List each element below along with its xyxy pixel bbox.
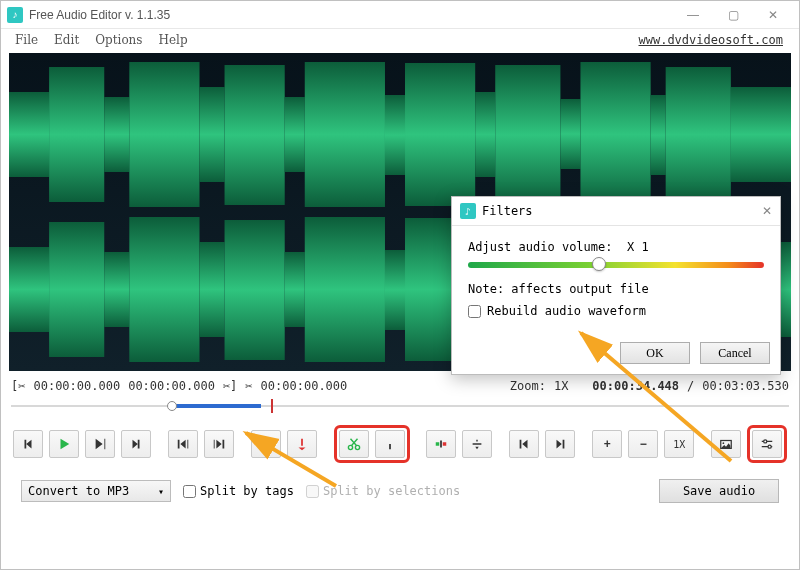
zoom-in-button[interactable]: + — [592, 430, 622, 458]
filters-dialog-title: Filters — [482, 204, 533, 218]
svg-rect-14 — [651, 95, 666, 175]
scissors-icon: ✂ — [18, 379, 25, 393]
next-button[interactable] — [121, 430, 151, 458]
split-by-selections-checkbox: Split by selections — [306, 484, 460, 498]
marker-add-button[interactable] — [287, 430, 317, 458]
delete-marker-button[interactable] — [462, 430, 492, 458]
svg-rect-20 — [129, 217, 199, 362]
split-by-selections-input — [306, 485, 319, 498]
filters-button[interactable] — [752, 430, 782, 458]
position-time: 00:00:34.448 — [592, 379, 679, 393]
menu-options[interactable]: Options — [87, 31, 150, 49]
site-link[interactable]: www.dvdvideosoft.com — [639, 33, 784, 47]
split-by-tags-checkbox[interactable]: Split by tags — [183, 484, 294, 498]
svg-rect-1 — [49, 67, 104, 202]
svg-rect-8 — [385, 95, 405, 175]
convert-format-label: Convert to MP3 — [28, 484, 129, 498]
rebuild-waveform-checkbox[interactable]: Rebuild audio waveform — [468, 304, 764, 318]
cursor-time: 00:00:00.000 — [261, 379, 348, 393]
adjust-volume-value: X 1 — [627, 240, 649, 254]
skip-forward-button[interactable] — [204, 430, 234, 458]
seek-bar[interactable] — [11, 397, 789, 415]
app-title: Free Audio Editor v. 1.1.35 — [29, 8, 673, 22]
time-status-row: [✂ 00:00:00.000 00:00:00.000 ✂] ✂ 00:00:… — [1, 375, 799, 395]
cut-secondary-button[interactable] — [375, 430, 405, 458]
filters-button-highlight — [747, 425, 787, 463]
svg-rect-12 — [560, 99, 580, 169]
app-icon: ♪ — [7, 7, 23, 23]
filters-note: Note: affects output file — [468, 282, 764, 296]
waveform-channel-left — [9, 57, 791, 212]
filters-ok-button[interactable]: OK — [620, 342, 690, 364]
bottom-bar: Convert to MP3 ▾ Split by tags Split by … — [1, 467, 799, 515]
convert-format-combo[interactable]: Convert to MP3 ▾ — [21, 480, 171, 502]
filters-dialog: ♪ Filters ✕ Adjust audio volume: X 1 Not… — [451, 196, 781, 375]
duration-time: 00:03:03.530 — [702, 379, 789, 393]
svg-rect-2 — [104, 97, 129, 172]
play-button[interactable] — [49, 430, 79, 458]
svg-rect-3 — [129, 62, 199, 207]
adjust-volume-label: Adjust audio volume: — [468, 240, 613, 254]
svg-rect-23 — [285, 252, 305, 327]
selection-start: 00:00:00.000 — [33, 379, 120, 393]
set-in-button[interactable] — [509, 430, 539, 458]
svg-rect-11 — [495, 65, 560, 205]
tags-button[interactable] — [711, 430, 741, 458]
maximize-button[interactable]: ▢ — [713, 3, 753, 27]
zoom-value: 1X — [554, 379, 568, 393]
svg-rect-22 — [225, 220, 285, 360]
scissors-icon: ✂ — [223, 379, 230, 393]
svg-point-37 — [723, 442, 725, 444]
save-audio-button[interactable]: Save audio — [659, 479, 779, 503]
menu-edit[interactable]: Edit — [46, 31, 87, 49]
split-by-tags-input[interactable] — [183, 485, 196, 498]
set-out-button[interactable] — [545, 430, 575, 458]
close-button[interactable]: ✕ — [753, 3, 793, 27]
trim-button[interactable] — [426, 430, 456, 458]
volume-slider[interactable] — [468, 262, 764, 268]
menu-file[interactable]: File — [7, 31, 46, 49]
svg-rect-6 — [285, 97, 305, 172]
svg-rect-13 — [580, 62, 650, 207]
toolbar: + − 1X — [1, 421, 799, 467]
cut-button[interactable] — [339, 430, 369, 458]
cut-group-highlight — [334, 425, 410, 463]
svg-rect-19 — [104, 252, 129, 327]
svg-rect-7 — [305, 62, 385, 207]
filters-close-button[interactable]: ✕ — [762, 204, 772, 219]
volume-slider-thumb[interactable] — [592, 257, 606, 271]
svg-rect-5 — [225, 65, 285, 205]
zoom-reset-button[interactable]: 1X — [664, 430, 694, 458]
svg-rect-10 — [475, 92, 495, 177]
svg-rect-25 — [385, 250, 405, 330]
minimize-button[interactable]: — — [673, 3, 713, 27]
skip-back-button[interactable] — [168, 430, 198, 458]
title-bar: ♪ Free Audio Editor v. 1.1.35 — ▢ ✕ — [1, 1, 799, 29]
menu-bar: File Edit Options Help www.dvdvideosoft.… — [1, 29, 799, 51]
filters-dialog-icon: ♪ — [460, 203, 476, 219]
zoom-out-button[interactable]: − — [628, 430, 658, 458]
svg-rect-21 — [199, 242, 224, 337]
svg-rect-15 — [666, 67, 731, 202]
play-selection-button[interactable] — [85, 430, 115, 458]
svg-rect-9 — [405, 63, 475, 206]
svg-rect-24 — [305, 217, 385, 362]
chevron-down-icon: ▾ — [158, 486, 164, 497]
scissors-icon: ✂ — [245, 379, 252, 393]
filters-cancel-button[interactable]: Cancel — [700, 342, 770, 364]
rebuild-waveform-input[interactable] — [468, 305, 481, 318]
zoom-label: Zoom: — [510, 379, 546, 393]
svg-rect-16 — [731, 87, 791, 182]
svg-rect-18 — [49, 222, 104, 357]
time-separator: / — [687, 379, 694, 393]
prev-button[interactable] — [13, 430, 43, 458]
svg-rect-4 — [199, 87, 224, 182]
menu-help[interactable]: Help — [151, 31, 196, 49]
pause-button[interactable] — [251, 430, 281, 458]
selection-end: 00:00:00.000 — [128, 379, 215, 393]
svg-point-39 — [768, 445, 771, 448]
svg-rect-17 — [9, 247, 49, 332]
svg-point-38 — [764, 440, 767, 443]
svg-rect-0 — [9, 92, 49, 177]
